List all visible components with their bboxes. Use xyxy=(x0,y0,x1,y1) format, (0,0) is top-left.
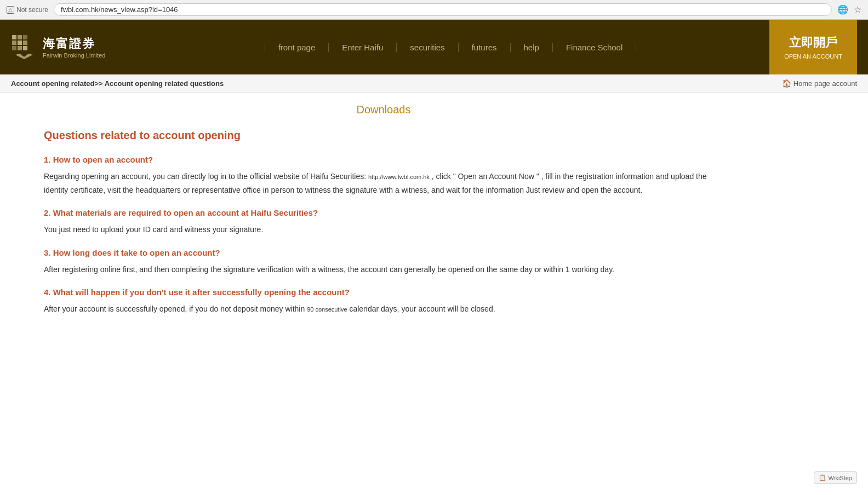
browser-chrome: △ Not secure fwbl.com.hk/news_view.asp?i… xyxy=(0,0,868,20)
security-label: Not secure xyxy=(16,6,48,14)
nav-enter-haifu[interactable]: Enter Haifu xyxy=(329,43,397,52)
logo-area[interactable]: 海富證券 Fairwin Broking Limited xyxy=(11,34,132,60)
svg-rect-2 xyxy=(23,35,27,39)
faq-answer-3: After registering online first, and then… xyxy=(44,263,723,277)
nav-securities[interactable]: securities xyxy=(397,43,458,52)
logo-english: Fairwin Broking Limited xyxy=(43,52,105,59)
faq-answer-1: Regarding opening an account, you can di… xyxy=(44,170,723,197)
main-content: Downloads Questions related to account o… xyxy=(0,93,767,349)
downloads-title: Downloads xyxy=(44,103,723,116)
open-account-label-cn: 立即開戶 xyxy=(789,34,837,51)
svg-rect-6 xyxy=(12,46,16,50)
svg-rect-4 xyxy=(18,41,22,45)
home-link[interactable]: 🏠 Home page account xyxy=(782,79,857,88)
faq-answer-2: You just need to upload your ID card and… xyxy=(44,223,723,237)
home-label: Home page account xyxy=(793,79,857,88)
days-superscript: 90 consecutive xyxy=(307,306,347,313)
page-title: Questions related to account opening xyxy=(44,129,723,142)
nav-finance-school[interactable]: Finance School xyxy=(553,43,636,52)
faq-answer-4: After your account is successfully opene… xyxy=(44,302,723,316)
svg-rect-5 xyxy=(23,41,27,45)
svg-rect-7 xyxy=(18,46,22,50)
nav-front-page[interactable]: front page xyxy=(265,43,329,52)
nav-help[interactable]: help xyxy=(511,43,553,52)
faq-question-2: 2. What materials are required to open a… xyxy=(44,208,723,217)
svg-rect-1 xyxy=(18,35,22,39)
faq-question-1: 1. How to open an account? xyxy=(44,155,723,164)
warning-icon: △ xyxy=(7,6,14,14)
svg-marker-9 xyxy=(15,54,33,59)
home-icon: 🏠 xyxy=(782,79,791,88)
url-bar[interactable]: fwbl.com.hk/news_view.asp?id=1046 xyxy=(54,3,832,16)
svg-rect-0 xyxy=(12,35,16,39)
logo-icon xyxy=(11,34,37,60)
open-account-label-en: OPEN AN ACCOUNT xyxy=(784,53,842,60)
svg-rect-8 xyxy=(23,46,27,50)
breadcrumb: Account opening related>> Account openin… xyxy=(11,79,224,88)
url-inline: http://www.fwbl.com.hk xyxy=(368,174,430,180)
breadcrumb-bar: Account opening related>> Account openin… xyxy=(0,74,868,93)
browser-actions: 🌐 ☆ xyxy=(837,4,861,15)
site-header: 海富證券 Fairwin Broking Limited front page … xyxy=(0,20,868,74)
faq-question-4: 4. What will happen if you don't use it … xyxy=(44,287,723,297)
bookmark-icon[interactable]: ☆ xyxy=(854,4,861,15)
nav-futures[interactable]: futures xyxy=(459,43,511,52)
open-account-button[interactable]: 立即開戶 OPEN AN ACCOUNT xyxy=(769,20,857,74)
svg-rect-3 xyxy=(12,41,16,45)
faq-question-3: 3. How long does it take to open an acco… xyxy=(44,248,723,257)
nav-menu: front page Enter Haifu securities future… xyxy=(132,43,769,52)
translate-icon[interactable]: 🌐 xyxy=(837,4,848,15)
security-indicator: △ Not secure xyxy=(7,6,48,14)
logo-chinese: 海富證券 xyxy=(43,36,105,52)
